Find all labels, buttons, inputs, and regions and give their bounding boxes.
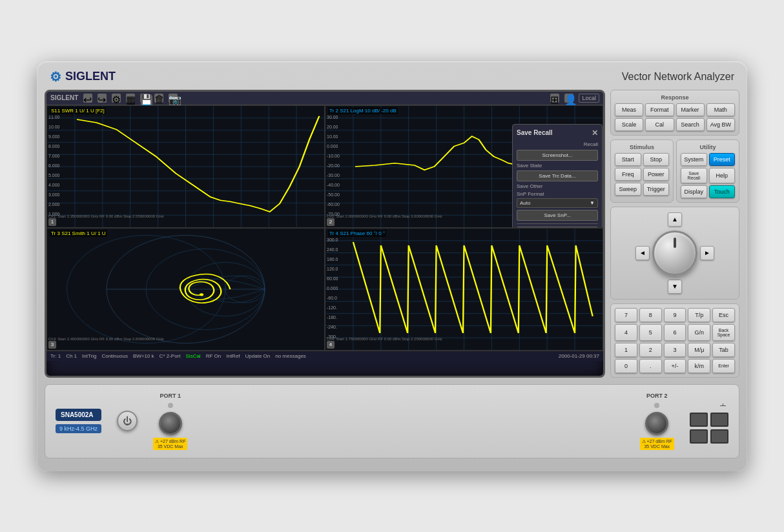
- status-rf: RF On: [206, 353, 222, 359]
- key-km[interactable]: k/m: [688, 359, 710, 373]
- trigger-btn[interactable]: Trigger: [643, 183, 670, 196]
- chart-panel-4[interactable]: 300.0 240.0 180.0 120.0 60.00 0.000 -60.…: [325, 228, 603, 351]
- snp-format-label: SnP Format: [517, 191, 598, 197]
- arrow-top-row: ▲: [668, 212, 682, 227]
- screen-toolbar: SIGLENT ↩ ↪ ⚙ ▦ 💾 🗑 📷 ⊞ 👤 Local: [46, 92, 603, 105]
- search-btn[interactable]: Search: [676, 118, 705, 131]
- chart-panel-2[interactable]: 30.00 20.00 10.00 0.000 -10.00 -20.00 -3…: [325, 105, 603, 228]
- marker-btn[interactable]: Marker: [676, 103, 705, 116]
- port1-indicator: [168, 403, 173, 408]
- system-btn[interactable]: System: [681, 153, 707, 166]
- scale-btn[interactable]: Scale: [615, 118, 643, 131]
- sweep-btn[interactable]: Sweep: [615, 183, 641, 196]
- math-btn[interactable]: Math: [707, 103, 735, 116]
- toolbar-save-icon[interactable]: 💾: [140, 94, 149, 103]
- save-trc-btn[interactable]: Save Trc Data...: [517, 170, 598, 181]
- key-5[interactable]: 5: [639, 324, 662, 341]
- snp-auto-value: Auto: [520, 200, 530, 206]
- arrow-bottom-row: ▼: [668, 280, 682, 294]
- key-4[interactable]: 4: [615, 324, 637, 341]
- key-1[interactable]: 1: [615, 343, 637, 357]
- toolbar-undo-icon[interactable]: ↩: [83, 94, 92, 103]
- ch1-y-labels: 11.00 10.00 9.000 8.000 7.000 6.000 5.00…: [48, 115, 60, 217]
- ch3-svg: [47, 229, 324, 350]
- chart-panel-3[interactable]: Tr 3 S21 Smith 1 U/ 1 U 3 Ch3: Start 2.4…: [46, 228, 325, 351]
- port2-warning: ⚠ +27 dBm RF35 VDC Max: [640, 438, 674, 450]
- panel-close-btn[interactable]: ✕: [592, 128, 598, 138]
- ch1-footer: Ch1: Start 2.350000000 GHz RF 0.00 dBm S…: [48, 214, 323, 218]
- power-btn-ctrl[interactable]: Power: [643, 168, 670, 181]
- save-snp-btn[interactable]: Save SnP...: [517, 210, 598, 221]
- ch3-number: 3: [48, 341, 56, 349]
- usb-port-2[interactable]: [710, 413, 728, 427]
- toolbar-redo-icon[interactable]: ↪: [98, 94, 107, 103]
- usb-port-3[interactable]: [690, 429, 708, 444]
- avg-bw-btn[interactable]: Avg BW: [707, 118, 735, 131]
- arrow-left-btn[interactable]: ◄: [635, 246, 650, 260]
- status-update: Update On: [245, 353, 271, 359]
- stop-btn[interactable]: Stop: [643, 153, 670, 166]
- snp-auto-dropdown[interactable]: Auto ▼: [517, 198, 598, 208]
- key-6[interactable]: 6: [664, 324, 686, 341]
- stimulus-title: Stimulus: [615, 144, 669, 150]
- start-btn[interactable]: Start: [615, 153, 641, 166]
- help-btn[interactable]: Help: [709, 168, 736, 183]
- status-bw: BW=10 k: [133, 353, 154, 359]
- keypad-grid: 789T/pEsc456G/nBack Space123M/μTab0.+/-k…: [615, 308, 735, 373]
- ch3-label: Tr 3 S21 Smith 1 U/ 1 U: [50, 230, 107, 237]
- cal-btn[interactable]: Cal: [645, 118, 674, 131]
- key-0[interactable]: 0: [615, 359, 637, 373]
- format-btn[interactable]: Format: [645, 103, 674, 116]
- key-[interactable]: .: [639, 359, 662, 373]
- arrow-right-btn[interactable]: ►: [700, 246, 714, 260]
- touch-btn[interactable]: Touch: [709, 185, 736, 198]
- toolbar-display-icon[interactable]: ▦: [126, 94, 135, 103]
- arrow-up-btn[interactable]: ▲: [668, 212, 682, 227]
- key-tp[interactable]: T/p: [688, 308, 710, 322]
- key-8[interactable]: 8: [639, 308, 662, 322]
- key-enter[interactable]: Enter: [712, 359, 735, 373]
- save-recall-btn[interactable]: Save Recall: [681, 168, 707, 183]
- key-2[interactable]: 2: [639, 343, 662, 357]
- utility-title: Utility: [681, 144, 735, 150]
- key-back-space[interactable]: Back Space: [712, 324, 735, 341]
- front-panel: SNA5002A 9 kHz-4.5 GHz ⏻ PORT 1 ⚠ +27 dB…: [45, 384, 739, 458]
- main-knob[interactable]: [652, 230, 697, 276]
- display-btn[interactable]: Display: [681, 185, 707, 198]
- ch4-svg: [325, 229, 603, 350]
- ch3-footer: Ch3: Start 2.400000000 GHz RF 0.00 dBm S…: [48, 337, 323, 341]
- port2-connector: [645, 412, 668, 435]
- chart-panel-1[interactable]: 11.00 10.00 9.000 8.000 7.000 6.000 5.00…: [46, 105, 325, 228]
- status-tr: Tr: 1: [50, 353, 61, 359]
- screenshot-btn[interactable]: Screenshot...: [517, 150, 598, 161]
- port1-label: PORT 1: [160, 393, 181, 399]
- arrow-down-btn[interactable]: ▼: [668, 280, 682, 294]
- power-button[interactable]: ⏻: [117, 411, 138, 431]
- usb-port-1[interactable]: [690, 413, 708, 427]
- svg-point-45: [200, 293, 203, 296]
- meas-btn[interactable]: Meas: [615, 103, 643, 116]
- port1-section: PORT 1 ⚠ +27 dBm RF35 VDC Max: [153, 393, 187, 450]
- port2-label: PORT 2: [646, 393, 668, 399]
- toolbar-trash-icon[interactable]: 🗑: [154, 94, 163, 103]
- toolbar-settings-icon[interactable]: ⚙: [112, 94, 121, 103]
- key-[interactable]: +/-: [664, 359, 686, 373]
- usb-symbol: ⫠: [718, 398, 728, 410]
- preset-btn[interactable]: Preset: [709, 153, 736, 166]
- ch4-y-labels: 300.0 240.0 180.0 120.0 60.00 0.000 -60.…: [327, 238, 338, 340]
- key-3[interactable]: 3: [664, 343, 686, 357]
- port2-indicator: [654, 403, 659, 408]
- ch4-label: Tr 4 S21 Phase 60 °/ 0 °: [328, 230, 386, 237]
- key-esc[interactable]: Esc: [712, 308, 735, 322]
- freq-btn[interactable]: Freq: [615, 168, 641, 181]
- ch2-number: 2: [327, 218, 335, 226]
- usb-port-4[interactable]: [710, 429, 728, 444]
- toolbar-camera-icon[interactable]: 📷: [169, 94, 178, 103]
- key-9[interactable]: 9: [664, 308, 686, 322]
- key-tab[interactable]: Tab: [712, 343, 735, 357]
- key-7[interactable]: 7: [615, 308, 637, 322]
- key-m[interactable]: M/μ: [688, 343, 710, 357]
- status-cal: SisCal: [186, 353, 201, 359]
- key-gn[interactable]: G/n: [688, 324, 710, 341]
- charts-grid: 11.00 10.00 9.000 8.000 7.000 6.000 5.00…: [46, 105, 603, 351]
